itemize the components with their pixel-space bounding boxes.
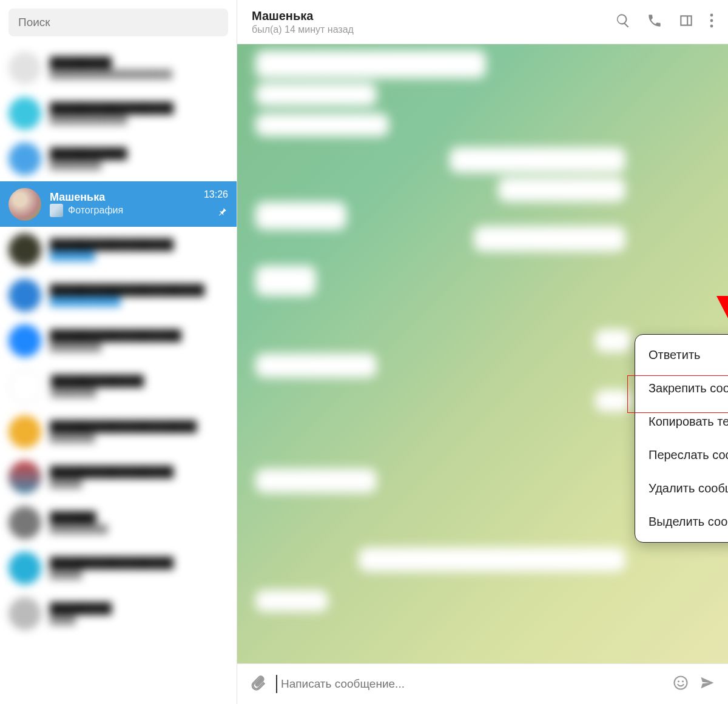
- chat-row[interactable]: ██████████████████: [0, 136, 237, 181]
- search-container: [0, 0, 237, 45]
- avatar: [8, 97, 41, 130]
- avatar: [8, 369, 42, 403]
- chat-header: Машенька был(а) 14 минут назад: [237, 0, 728, 44]
- send-icon[interactable]: [699, 674, 716, 694]
- search-icon[interactable]: [615, 13, 631, 31]
- avatar: [8, 142, 41, 175]
- chat-row[interactable]: ███████████████: [0, 500, 237, 545]
- chat-list-sidebar: ███████████████████████████ ████████████…: [0, 0, 237, 704]
- avatar: [8, 52, 41, 84]
- chat-row[interactable]: ███████████████████████████████: [0, 272, 237, 318]
- avatar: [8, 506, 41, 539]
- chat-row-preview-label: Фотография: [68, 205, 123, 216]
- message-input[interactable]: [276, 675, 662, 693]
- chat-header-actions: [615, 13, 713, 31]
- svg-point-0: [710, 14, 713, 17]
- svg-point-7: [682, 680, 684, 682]
- chat-row[interactable]: ██████████████████████████: [0, 409, 237, 454]
- svg-point-6: [678, 680, 679, 682]
- avatar: [8, 597, 41, 630]
- chat-row-selected[interactable]: Машенька Фотография 13:26: [0, 181, 237, 227]
- avatar: [8, 552, 41, 585]
- menu-item-forward[interactable]: Переслать сообщение: [635, 438, 728, 472]
- app-root: ███████████████████████████ ████████████…: [0, 0, 728, 704]
- message-composer: [237, 663, 728, 704]
- avatar: [8, 188, 41, 221]
- chat-row-preview: Фотография: [50, 204, 195, 217]
- message-context-menu: Ответить Закрепить сообщение Копировать …: [635, 334, 728, 543]
- chat-row[interactable]: ███████████████████████: [0, 227, 237, 272]
- search-input[interactable]: [8, 8, 228, 36]
- menu-item-delete[interactable]: Удалить сообщение: [635, 472, 728, 505]
- chat-row[interactable]: ████████████: [0, 591, 237, 636]
- svg-point-1: [710, 19, 713, 22]
- photo-thumb-icon: [50, 204, 63, 217]
- chat-header-name: Машенька: [252, 9, 604, 23]
- attach-icon[interactable]: [249, 674, 266, 694]
- svg-point-5: [675, 677, 687, 689]
- emoji-icon[interactable]: [672, 674, 689, 694]
- chat-row[interactable]: ███████████████████: [0, 363, 237, 409]
- chat-row[interactable]: ███████████████████████████: [0, 45, 237, 90]
- menu-item-copy[interactable]: Копировать текст: [635, 405, 728, 438]
- chat-header-status: был(а) 14 минут назад: [252, 24, 604, 35]
- menu-item-pin[interactable]: Закрепить сообщение: [635, 372, 728, 405]
- avatar: [8, 233, 41, 266]
- chat-list: ███████████████████████████ ████████████…: [0, 45, 237, 704]
- chat-row[interactable]: █████████████████████████: [0, 318, 237, 363]
- pin-icon: [217, 206, 228, 220]
- avatar: [8, 279, 41, 312]
- menu-item-select[interactable]: Выделить сообщение: [635, 505, 728, 538]
- call-icon[interactable]: [647, 13, 662, 31]
- avatar: [8, 461, 41, 494]
- sidepanel-icon[interactable]: [678, 13, 694, 31]
- chat-row[interactable]: █████████████████████: [0, 454, 237, 500]
- menu-item-reply[interactable]: Ответить: [635, 338, 728, 372]
- chat-body[interactable]: Ответить Закрепить сообщение Копировать …: [237, 44, 728, 663]
- svg-point-2: [710, 25, 713, 28]
- avatar: [8, 324, 41, 357]
- avatar: [8, 415, 41, 448]
- chat-main: Машенька был(а) 14 минут назад: [237, 0, 728, 704]
- more-icon[interactable]: [710, 13, 713, 31]
- chat-header-info[interactable]: Машенька был(а) 14 минут назад: [252, 9, 604, 35]
- chat-row[interactable]: ████████████████████████████: [0, 90, 237, 136]
- chat-row-text: Машенька Фотография: [50, 191, 195, 217]
- chat-row[interactable]: █████████████████████: [0, 545, 237, 591]
- chat-row-title: Машенька: [50, 191, 195, 204]
- chat-row-meta: 13:26: [204, 189, 228, 220]
- chat-row-time: 13:26: [204, 189, 228, 200]
